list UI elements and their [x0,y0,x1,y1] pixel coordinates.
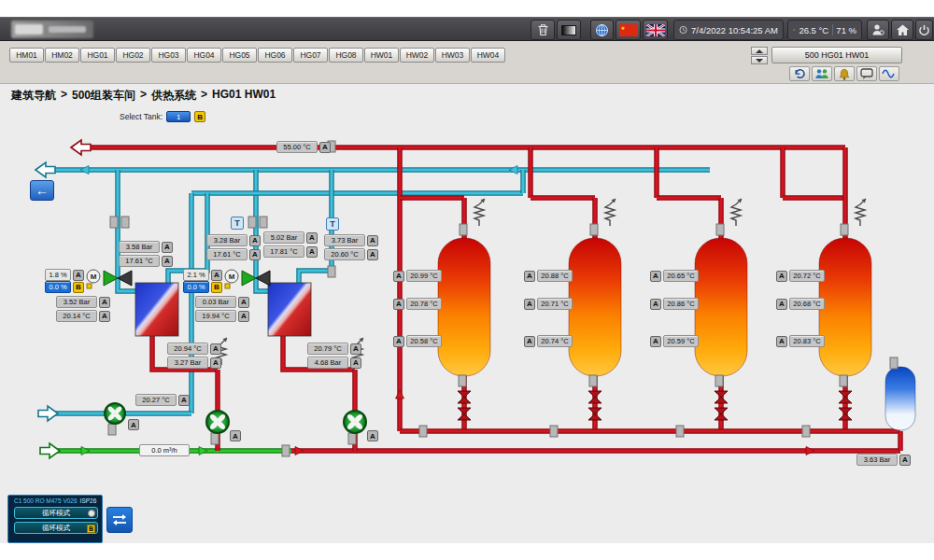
contrast-button[interactable] [557,20,581,40]
sensor-readout[interactable]: 17.81 °CA [263,245,318,258]
tab-hg01[interactable]: HG01 [80,48,115,63]
comments-button[interactable] [856,66,877,81]
sensor-readout[interactable]: A20.83 °C [776,335,825,347]
sensor-readout[interactable]: 20.94 °CA [167,343,221,355]
sensor-readout[interactable]: A20.88 °C [524,270,573,282]
sensor-readout[interactable]: A20.86 °C [650,298,699,310]
delete-button[interactable] [531,20,555,40]
tab-hg07[interactable]: HG07 [293,48,328,63]
tab-hw04[interactable]: HW04 [471,48,505,63]
sensor-readout[interactable]: 3.63 BarA [856,454,911,466]
sensor-value: 3.52 Bar [56,296,97,308]
sensor-readout[interactable]: 20.60 °CA [324,248,378,260]
breadcrumb-item[interactable]: 建筑导航 [11,88,56,104]
badge-A: A [776,271,787,282]
undo-button[interactable] [789,66,810,81]
unit-title: C1 500 RO M475 V026ISP26 [14,497,96,504]
tab-hg05[interactable]: HG05 [222,48,257,63]
sensor-readout[interactable]: A20.72 °C [776,270,825,282]
tab-hg04[interactable]: HG04 [187,48,221,63]
sensor-readout[interactable]: 1.8 %A [45,269,84,281]
sensor-value: 20.83 °C [789,335,825,347]
trends-button[interactable] [879,66,899,81]
badge-A: A [524,336,535,347]
sensor-readout[interactable]: 17.61 °CA [206,248,261,260]
sensor-value: 20.72 °C [789,270,825,282]
sensor-value: 20.68 °C [789,298,825,310]
undo-icon [793,68,806,79]
breadcrumb-item[interactable]: HG01 HW01 [212,88,276,104]
sensor-readout[interactable]: 4.68 BarA [307,357,361,369]
status-badge[interactable]: A [367,430,378,441]
sensor-readout[interactable]: 0.03 BarA [195,296,249,308]
tab-scroll-down-button[interactable] [751,56,768,64]
language-globe-button[interactable] [590,20,614,40]
badge-A: A [162,256,173,267]
badge-A: A [178,395,190,406]
power-button[interactable] [915,20,933,40]
status-badge[interactable]: A [230,430,241,441]
circulation-mode-button-2[interactable]: 循环模式 B [14,522,98,534]
breadcrumb-item[interactable]: 500组装车间 [72,88,135,104]
home-button[interactable] [891,20,913,40]
badge-A: A [249,249,261,260]
badge-A: A [899,455,911,466]
sensor-readout[interactable]: 20.14 °CA [56,310,110,322]
sensor-readout[interactable]: 0.0 m³/h [139,444,190,456]
sensor-readout[interactable]: 19.94 °CA [195,310,249,322]
tab-hm01[interactable]: HM01 [9,48,44,63]
tab-hg03[interactable]: HG03 [151,48,186,63]
tab-hw03[interactable]: HW03 [435,48,470,63]
breadcrumb: 建筑导航>500组装车间>供热系统>HG01 HW01 [11,88,276,104]
sensor-readout[interactable]: 20.79 °CA [307,343,361,355]
tank-selector[interactable]: 1 [166,111,191,122]
sensor-value: 3.63 Bar [856,454,898,466]
sensor-readout[interactable]: A20.78 °C [393,298,442,310]
tab-hm02[interactable]: HM02 [45,48,79,63]
sensor-readout[interactable]: A20.68 °C [776,298,825,310]
sensor-readout[interactable]: 3.73 BarA [324,234,378,246]
language-en-button[interactable] [643,20,668,40]
badge-A: A [650,299,661,310]
page-selector[interactable]: 500 HG01 HW01 [771,47,902,63]
badge-A: A [249,235,261,246]
badge-A: A [162,242,173,253]
mode-switch-button[interactable] [106,507,133,533]
alarms-button[interactable] [834,66,855,81]
sensor-readout[interactable]: 2.1 %A [183,269,222,281]
sensor-readout[interactable]: A20.99 °C [393,270,442,282]
sensor-readout[interactable]: A20.58 °C [393,335,442,347]
tab-scroll-up-button[interactable] [751,47,768,55]
sensor-readout[interactable]: A20.59 °C [650,335,699,347]
sensor-readout[interactable]: 0.0 %B [45,281,84,293]
sensor-readout[interactable]: 3.28 BarA [206,234,261,246]
sensor-readout[interactable]: 5.02 BarA [263,231,318,244]
home-icon [896,23,910,36]
tab-hw02[interactable]: HW02 [400,48,434,63]
breadcrumb-item[interactable]: 供热系统 [151,88,196,104]
status-badge[interactable]: A [128,419,139,430]
tab-hg02[interactable]: HG02 [116,48,150,63]
users-button[interactable] [812,66,832,81]
sensor-readout[interactable]: 20.27 °CA [135,394,190,406]
sensor-readout[interactable]: 0.0 %B [183,281,222,293]
sensor-value: 20.86 °C [663,298,699,310]
tab-hg06[interactable]: HG06 [258,48,292,63]
topbar: 7/4/2022 10:54:25 AM 26.5 °C 71 % [0,17,934,41]
sensor-readout[interactable]: A20.74 °C [524,335,573,347]
sensor-readout[interactable]: 17.61 °CA [119,255,173,267]
sensor-value: 3.27 Bar [167,357,208,369]
unit-code: ISP26 [80,497,97,504]
sensor-readout[interactable]: 55.00 °CA [276,141,331,153]
tab-hg08[interactable]: HG08 [329,48,363,63]
tab-hw01[interactable]: HW01 [364,48,399,63]
user-settings-button[interactable] [867,20,889,40]
sensor-readout[interactable]: 3.52 BarA [56,296,110,308]
circulation-mode-button-1[interactable]: 循环模式 [14,507,98,519]
sensor-readout[interactable]: A20.71 °C [524,298,573,310]
sensor-readout[interactable]: 3.27 BarA [167,357,221,369]
sensor-readout[interactable]: A20.65 °C [650,270,699,282]
back-button[interactable]: ← [30,180,54,201]
language-cn-button[interactable] [616,20,641,40]
sensor-readout[interactable]: 3.58 BarA [119,241,173,253]
